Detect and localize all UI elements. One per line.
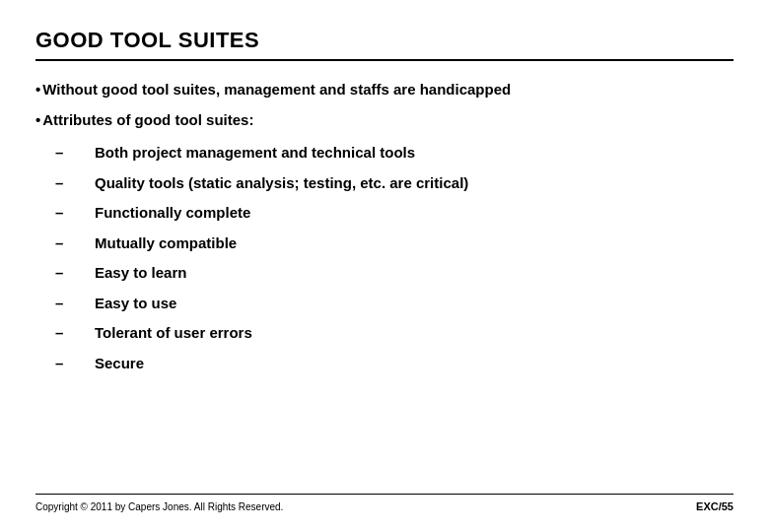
slide-footer: Copyright © 2011 by Capers Jones. All Ri…: [35, 494, 734, 512]
dash-8: –: [35, 355, 95, 371]
dash-2: –: [35, 174, 95, 191]
list-item: –Quality tools (static analysis; testing…: [35, 169, 734, 198]
main-bullet-2: •Attributes of good tool suites:: [35, 109, 734, 132]
list-item: –Both project management and technical t…: [35, 139, 734, 167]
dash-6: –: [35, 295, 95, 311]
dash-4: –: [35, 234, 95, 251]
item-text-5: Easy to learn: [95, 262, 186, 285]
slide-title: GOOD TOOL SUITES: [35, 28, 734, 53]
sub-item-list: –Both project management and technical t…: [35, 139, 734, 377]
footer-copyright: Copyright © 2011 by Capers Jones. All Ri…: [35, 501, 283, 512]
bullet-dot-2: •: [35, 111, 40, 128]
list-item: –Functionally complete: [35, 199, 734, 228]
list-item: –Easy to use: [35, 290, 734, 318]
main-bullet-1: •Without good tool suites, management an…: [35, 79, 734, 101]
item-text-8: Secure: [95, 353, 144, 375]
item-text-4: Mutually compatible: [95, 233, 237, 255]
dash-3: –: [35, 204, 95, 221]
title-divider: [35, 59, 734, 61]
list-item: –Mutually compatible: [35, 230, 734, 258]
item-text-6: Easy to use: [95, 293, 176, 315]
list-item: –Easy to learn: [35, 259, 734, 288]
item-text-2: Quality tools (static analysis; testing,…: [95, 172, 468, 195]
item-text-3: Functionally complete: [95, 202, 250, 225]
slide-content: •Without good tool suites, management an…: [35, 79, 734, 494]
item-text-1: Both project management and technical to…: [95, 142, 415, 165]
dash-7: –: [35, 324, 95, 341]
bullet-dot-1: •: [35, 81, 40, 98]
slide-container: GOOD TOOL SUITES •Without good tool suit…: [0, 0, 769, 532]
dash-1: –: [35, 144, 95, 161]
item-text-7: Tolerant of user errors: [95, 322, 252, 345]
dash-5: –: [35, 264, 95, 281]
list-item: –Tolerant of user errors: [35, 319, 734, 348]
list-item: –Secure: [35, 350, 734, 378]
footer-page: EXC/55: [696, 500, 734, 512]
